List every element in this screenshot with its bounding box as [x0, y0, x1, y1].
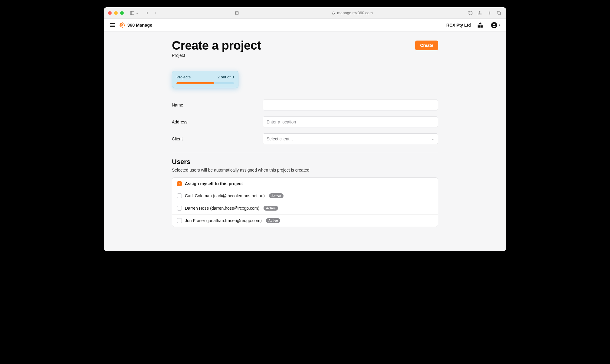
address-label: Address: [172, 120, 263, 124]
svg-rect-10: [498, 12, 501, 15]
org-name: RCX Pty Ltd: [446, 23, 471, 28]
assign-self-checkbox[interactable]: [177, 181, 182, 186]
avatar-icon: [491, 22, 497, 28]
page-subtitle: Project: [172, 53, 261, 58]
user-row[interactable]: Carli Coleman (carli@thecolemans.net.au)…: [172, 190, 438, 202]
address-bar[interactable]: manage.rcx360.com: [243, 11, 461, 15]
gear-icon: [120, 22, 125, 28]
nav-back-button[interactable]: [144, 10, 150, 16]
status-badge: Active: [269, 193, 284, 198]
nav-forward-button[interactable]: [152, 10, 158, 16]
tabs-button[interactable]: [496, 10, 502, 16]
quota-label: Projects: [176, 75, 191, 79]
chevron-down-icon[interactable]: ⌄: [136, 11, 138, 15]
brand[interactable]: 360 Manage: [120, 22, 152, 28]
reader-icon[interactable]: [234, 10, 240, 16]
divider: [172, 65, 438, 65]
page-title: Create a project: [172, 39, 261, 52]
svg-rect-6: [333, 13, 335, 14]
name-input[interactable]: [263, 100, 438, 110]
close-window-button[interactable]: [108, 11, 112, 15]
svg-rect-0: [130, 11, 134, 15]
maximize-window-button[interactable]: [120, 11, 124, 15]
svg-point-11: [122, 24, 123, 26]
section-divider: [172, 153, 438, 153]
user-menu[interactable]: ▾: [491, 22, 500, 28]
user-row[interactable]: Jon Fraser (jonathan.fraser@redgp.com)Ac…: [172, 214, 438, 227]
caret-down-icon: ▾: [499, 23, 500, 27]
status-badge: Active: [266, 218, 280, 223]
browser-chrome: ⌄ manage.rcx360.com: [104, 7, 506, 19]
user-checkbox[interactable]: [177, 218, 182, 223]
assign-self-row[interactable]: Assign myself to this project: [172, 178, 438, 190]
assign-self-label: Assign myself to this project: [185, 181, 243, 186]
users-list: Assign myself to this project Carli Cole…: [172, 177, 438, 227]
window-controls: [108, 11, 124, 15]
create-button[interactable]: Create: [415, 41, 438, 50]
refresh-button[interactable]: [467, 10, 474, 16]
user-checkbox[interactable]: [177, 193, 182, 198]
new-tab-button[interactable]: [486, 10, 492, 16]
url-text: manage.rcx360.com: [337, 11, 373, 15]
quota-progress: [176, 82, 234, 84]
org-switch-icon[interactable]: [477, 22, 484, 28]
menu-button[interactable]: [110, 23, 115, 27]
users-section-desc: Selected users will be automatically ass…: [172, 168, 438, 172]
status-badge: Active: [264, 206, 278, 211]
share-button[interactable]: [477, 10, 483, 16]
name-label: Name: [172, 103, 263, 107]
brand-text: 360 Manage: [127, 23, 152, 28]
sidebar-toggle-icon[interactable]: [129, 10, 135, 16]
minimize-window-button[interactable]: [114, 11, 118, 15]
client-select[interactable]: Select client... ⌄: [263, 133, 438, 144]
address-input[interactable]: [263, 116, 438, 127]
chevron-down-icon: ⌄: [431, 137, 434, 141]
page-body: Create a project Project Create Projects…: [172, 31, 438, 251]
projects-quota-card[interactable]: Projects 2 out of 3: [172, 71, 238, 88]
client-placeholder: Select client...: [267, 136, 293, 141]
user-checkbox[interactable]: [177, 206, 182, 211]
user-label: Carli Coleman (carli@thecolemans.net.au): [185, 193, 265, 198]
browser-window: ⌄ manage.rcx360.com: [104, 7, 506, 251]
user-row[interactable]: Darren Hose (darren.hose@rcxgp.com)Activ…: [172, 202, 438, 214]
quota-progress-fill: [176, 82, 214, 84]
users-section-title: Users: [172, 158, 438, 166]
lock-icon: [332, 11, 335, 15]
client-label: Client: [172, 136, 263, 141]
user-label: Darren Hose (darren.hose@rcxgp.com): [185, 206, 259, 211]
user-label: Jon Fraser (jonathan.fraser@redgp.com): [185, 218, 262, 223]
quota-count: 2 out of 3: [218, 75, 234, 79]
svg-point-13: [493, 23, 495, 25]
app-header: 360 Manage RCX Pty Ltd ▾: [104, 19, 506, 31]
